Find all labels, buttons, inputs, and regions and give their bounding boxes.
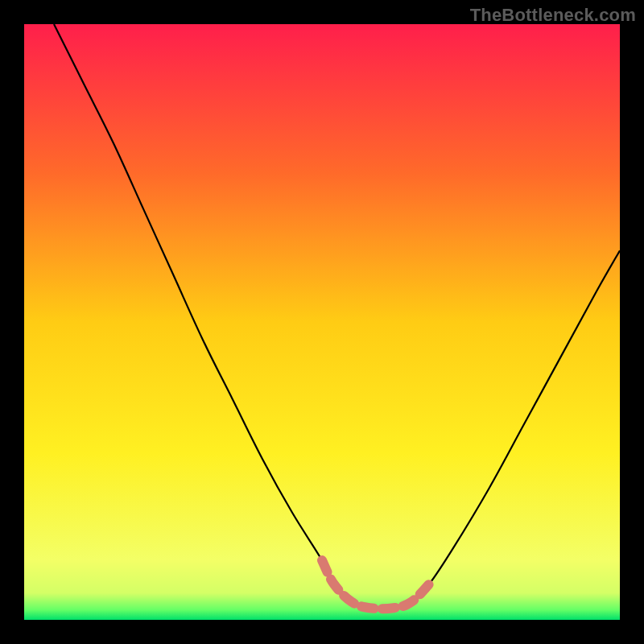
chart-frame: TheBottleneck.com — [0, 0, 644, 644]
watermark-text: TheBottleneck.com — [470, 5, 636, 26]
chart-plot-area — [24, 24, 620, 620]
chart-svg — [24, 24, 620, 620]
chart-background — [24, 24, 620, 620]
